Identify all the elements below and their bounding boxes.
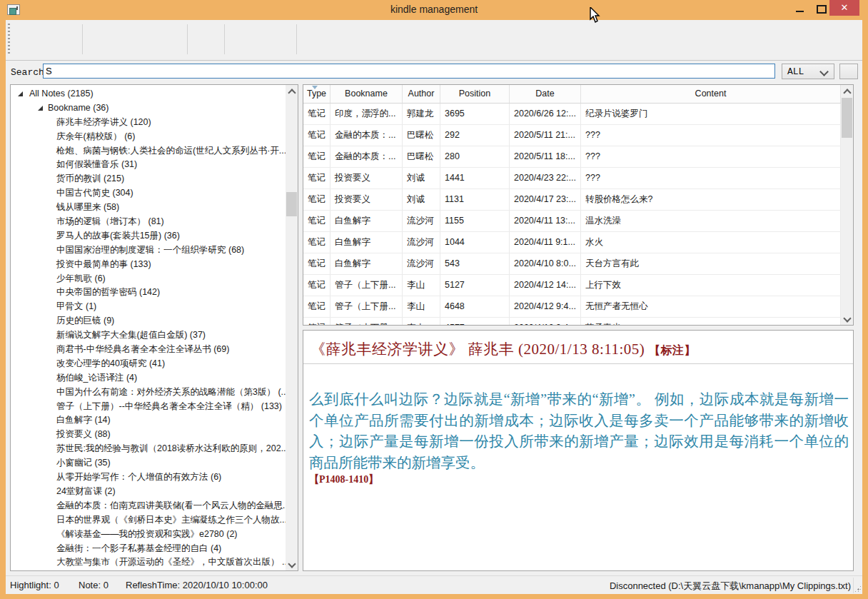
column-header-date[interactable]: Date	[510, 85, 581, 103]
toolbar-gripper[interactable]	[8, 24, 10, 56]
scrollbar-thumb[interactable]	[842, 98, 852, 138]
status-highlight-count: Hightlight: 0	[10, 580, 59, 590]
scroll-down-button[interactable]	[286, 558, 298, 570]
table-row[interactable]: 笔记白鱼解字流沙河5432020/4/10 8:0...天台方言有此	[303, 253, 841, 275]
cell-author: 刘诚	[403, 189, 440, 210]
table-row[interactable]: 笔记金融的本质：...巴曙松2802020/5/11 18:...???	[303, 146, 841, 168]
close-button[interactable]: ✕	[829, 0, 859, 16]
tree-item-book[interactable]: 如何假装懂音乐 (31)	[11, 158, 286, 172]
table-row[interactable]: 笔记投资要义刘诚11312020/4/17 23:...转股价格怎么来?	[303, 189, 841, 211]
table-row[interactable]: 笔记管子（上下册...李山46482020/4/12 9:4...无恒产者无恒心	[303, 296, 841, 318]
table-row[interactable]: 笔记白鱼解字流沙河11552020/4/11 13:...温水洗澡	[303, 211, 841, 232]
maximize-icon	[817, 5, 827, 14]
title-bar[interactable]: kindle management ✕	[0, 0, 868, 20]
cell-content: 上行下效	[581, 275, 841, 296]
tree-item-book[interactable]: 枪炮、病菌与钢铁:人类社会的命运(世纪人文系列丛书·开...	[11, 144, 286, 158]
cell-bookname: 投资要义	[330, 189, 403, 210]
tree-item-book[interactable]: 《解读基金——我的投资观和实践》e2780 (2)	[11, 528, 286, 542]
cell-date: 2020/4/12 9:4...	[510, 318, 581, 325]
tree-item-book[interactable]: 中央帝国的哲学密码 (142)	[11, 286, 286, 300]
cell-type: 笔记	[303, 296, 330, 317]
status-note-count: Note: 0	[79, 580, 108, 590]
cell-bookname: 白鱼解字	[330, 211, 403, 231]
notes-table-panel: TypeBooknameAuthorPositionDateContent 笔记…	[303, 84, 854, 326]
table-row[interactable]: 笔记投资要义刘诚14412020/4/23 22:...???	[303, 168, 841, 189]
client-area: Search ALL All Notes (2185) Bookname (36…	[6, 20, 862, 594]
minimize-button[interactable]	[789, 0, 810, 16]
cell-type: 笔记	[303, 275, 330, 296]
tree-item-book[interactable]: 钱从哪里来 (58)	[11, 201, 286, 215]
tree-item-book[interactable]: 商君书-中华经典名著全本全注全译丛书 (69)	[11, 343, 286, 357]
scroll-up-button[interactable]	[841, 85, 853, 97]
tree-item-book[interactable]: 管子（上下册）--中华经典名著全本全注全译（精） (133)	[11, 400, 286, 414]
cell-position: 292	[440, 125, 510, 146]
tree-item-book[interactable]: 金融街：一个影子私募基金经理的自白 (4)	[11, 542, 286, 556]
tree-item-all-notes[interactable]: All Notes (2185)	[11, 87, 286, 101]
column-header-position[interactable]: Position	[440, 85, 510, 103]
tree-item-book[interactable]: 罗马人的故事(套装共15册) (36)	[11, 229, 286, 243]
tree-item-book[interactable]: 中国古代简史 (304)	[11, 186, 286, 201]
maximize-button[interactable]	[810, 0, 832, 16]
scroll-down-button[interactable]	[841, 313, 853, 325]
tree-item-book[interactable]: 货币的教训 (215)	[11, 172, 286, 186]
tree-item-book[interactable]: 庆余年(精校版） (6)	[11, 130, 286, 144]
cell-position: 280	[440, 146, 510, 167]
expander-icon[interactable]	[38, 106, 43, 111]
cell-author: 李山	[403, 318, 440, 325]
tree-item-book[interactable]: 市场的逻辑（增订本） (81)	[11, 215, 286, 229]
table-body: 笔记印度，漂浮的...郭建龙36952020/6/26 12:...纪录片说婆罗…	[303, 104, 841, 325]
tree-item-book[interactable]: 少年凯歌 (6)	[11, 272, 286, 286]
tree-item-book[interactable]: 中国国家治理的制度逻辑：一个组织学研究 (68)	[11, 243, 286, 258]
tree-scrollbar[interactable]	[286, 85, 298, 570]
tree-item-book[interactable]: 从零开始学写作：个人增值的有效方法 (6)	[11, 470, 286, 485]
search-extra-button[interactable]	[839, 64, 858, 79]
tree-item-book[interactable]: 中国为什么有前途：对外经济关系的战略潜能（第3版） (...	[11, 386, 286, 400]
tree-item-book[interactable]: 日本的世界观（《剑桥日本史》主编凝练之作三个人物故...	[11, 513, 286, 528]
chevron-down-icon	[288, 560, 296, 568]
tree-item-book[interactable]: 改变心理学的40项研究 (41)	[11, 357, 286, 371]
search-input[interactable]	[43, 64, 775, 79]
cell-type: 笔记	[303, 211, 330, 231]
table-row[interactable]: 笔记管子（上下册...李山45772020/4/12 9:4...莫予毒也	[303, 318, 841, 325]
column-header-bookname[interactable]: Bookname	[330, 85, 403, 103]
notes-tree-panel: All Notes (2185) Bookname (36) 薛兆丰经济学讲义 …	[10, 84, 298, 571]
table-row[interactable]: 笔记金融的本质：...巴曙松2922020/5/11 21:...???	[303, 125, 841, 146]
tree-item-book[interactable]: 薛兆丰经济学讲义 (120)	[11, 116, 286, 130]
cell-bookname: 管子（上下册...	[330, 275, 403, 296]
resize-grip[interactable]	[854, 585, 861, 592]
note-source: 《薛兆丰经济学讲义》 薛兆丰 (2020/1/13 8:11:05)	[311, 341, 649, 358]
column-header-author[interactable]: Author	[403, 85, 440, 103]
tree-item-book[interactable]: 大教堂与集市（开源运动的《圣经》，中文版首次出版） ...	[11, 555, 286, 570]
tree-item-book[interactable]: 白鱼解字 (14)	[11, 413, 286, 428]
tree-item-book[interactable]: 杨伯峻_论语译注 (4)	[11, 371, 286, 386]
expander-icon[interactable]	[18, 91, 23, 96]
cell-author: 巴曙松	[403, 146, 440, 167]
cell-author: 李山	[403, 275, 440, 296]
cell-type: 笔记	[303, 318, 330, 325]
filter-dropdown[interactable]: ALL	[782, 64, 834, 79]
tree-item-book[interactable]: 小窗幽记 (35)	[11, 456, 286, 470]
table-row[interactable]: 笔记白鱼解字流沙河10442020/4/11 9:1...水火	[303, 232, 841, 253]
scrollbar-thumb[interactable]	[286, 192, 297, 216]
tree-item-book[interactable]: 投资中最简单的事 (133)	[11, 258, 286, 272]
table-row[interactable]: 笔记印度，漂浮的...郭建龙36952020/6/26 12:...纪录片说婆罗…	[303, 104, 841, 125]
column-header-content[interactable]: Content	[581, 85, 841, 103]
table-scrollbar[interactable]	[841, 85, 853, 325]
tree-item-book[interactable]: 投资要义 (88)	[11, 428, 286, 442]
cell-content: 纪录片说婆罗门	[581, 104, 841, 124]
tree-item-book[interactable]: 甲骨文 (1)	[11, 300, 286, 314]
tree-item-book[interactable]: 金融的本质：伯南克四讲美联储(看一个风云人物的金融思...	[11, 499, 286, 513]
tree: All Notes (2185) Bookname (36) 薛兆丰经济学讲义 …	[11, 85, 286, 570]
detail-divider	[303, 363, 853, 364]
chevron-down-icon	[819, 67, 829, 76]
cell-type: 笔记	[303, 232, 330, 253]
tree-item-book[interactable]: 新编说文解字大全集(超值白金版) (37)	[11, 328, 286, 343]
table-row[interactable]: 笔记管子（上下册...李山51272020/4/12 14:...上行下效	[303, 275, 841, 296]
scroll-up-button[interactable]	[286, 85, 298, 97]
tree-item-book[interactable]: 中国历史风云录(陈舜臣作品) (135)	[11, 570, 286, 570]
tree-item-book[interactable]: 苏世民:我的经验与教训（2018读桥水达利欧的原则，202...	[11, 442, 286, 456]
tree-item-bookname[interactable]: Bookname (36)	[11, 101, 286, 116]
cell-content: 无恒产者无恒心	[581, 296, 841, 317]
tree-item-book[interactable]: 历史的巨镜 (9)	[11, 314, 286, 328]
tree-item-book[interactable]: 24堂财富课 (2)	[11, 485, 286, 499]
